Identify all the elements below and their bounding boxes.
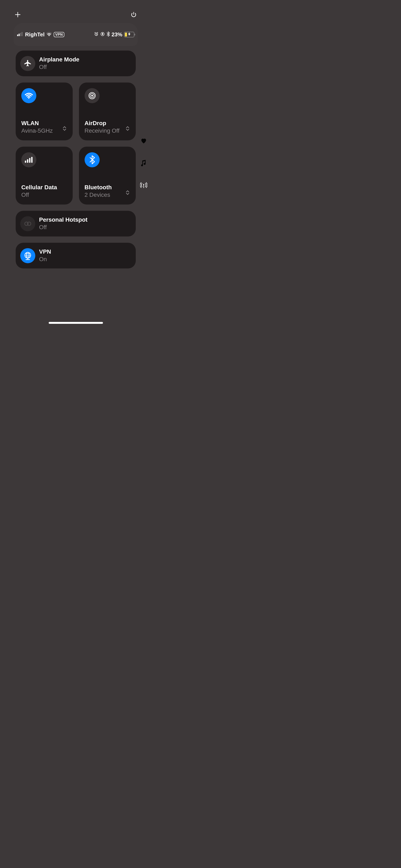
cellular-signal-icon: [17, 32, 23, 37]
battery-percent: 23%: [112, 31, 122, 38]
svg-point-6: [49, 35, 50, 36]
hotspot-title: Personal Hotspot: [39, 216, 88, 223]
airdrop-tile[interactable]: AirDrop Receiving Off: [79, 83, 136, 141]
expand-icon[interactable]: [125, 190, 130, 195]
wifi-status-icon: [46, 32, 52, 37]
airdrop-icon: [85, 88, 100, 103]
svg-rect-4: [20, 33, 21, 36]
airplane-title: Airplane Mode: [39, 56, 80, 63]
svg-rect-16: [29, 158, 30, 163]
svg-rect-17: [31, 157, 32, 163]
vpn-tile[interactable]: VPN On: [16, 243, 136, 269]
bluetooth-status-icon: [106, 32, 110, 37]
vpn-badge: VPN: [54, 32, 64, 37]
vpn-globe-icon: [20, 248, 35, 263]
page-music-icon[interactable]: [141, 160, 147, 167]
svg-rect-9: [102, 34, 103, 35]
svg-rect-3: [19, 34, 20, 36]
hotspot-icon: [20, 216, 35, 231]
bluetooth-icon: [85, 152, 100, 167]
wlan-subtitle: Avina-5GHz: [21, 127, 62, 135]
rotation-lock-icon: [100, 32, 105, 37]
airplane-mode-tile[interactable]: Airplane Mode Off: [16, 51, 136, 76]
alarm-icon: [94, 32, 99, 37]
svg-point-10: [28, 98, 29, 99]
hotspot-subtitle: Off: [39, 223, 88, 231]
svg-rect-15: [27, 159, 28, 162]
expand-icon[interactable]: [62, 126, 67, 131]
svg-point-19: [27, 222, 31, 225]
bluetooth-subtitle: 2 Devices: [85, 191, 125, 199]
page-connectivity-icon[interactable]: [140, 182, 147, 189]
page-favorites-icon[interactable]: [141, 138, 147, 145]
home-indicator[interactable]: [49, 322, 103, 324]
power-button[interactable]: [130, 11, 137, 18]
vpn-title: VPN: [39, 248, 51, 255]
bluetooth-title: Bluetooth: [85, 184, 125, 191]
svg-rect-14: [25, 161, 26, 163]
vpn-subtitle: On: [39, 255, 51, 263]
airdrop-subtitle: Receiving Off: [85, 127, 125, 135]
hotspot-tile[interactable]: Personal Hotspot Off: [16, 211, 136, 237]
svg-rect-5: [22, 32, 23, 36]
svg-rect-2: [17, 34, 18, 36]
airplane-subtitle: Off: [39, 63, 80, 71]
airdrop-title: AirDrop: [85, 120, 125, 127]
bluetooth-tile[interactable]: Bluetooth 2 Devices: [79, 147, 136, 205]
wlan-title: WLAN: [21, 120, 62, 127]
svg-point-11: [91, 95, 93, 97]
cellular-tile[interactable]: Cellular Data Off: [16, 147, 73, 205]
carrier-name: RighTel: [25, 31, 44, 38]
wifi-icon: [21, 88, 36, 103]
cellular-icon: [21, 152, 36, 167]
battery-icon: [124, 32, 134, 37]
cellular-title: Cellular Data: [21, 184, 67, 191]
airplane-icon: [20, 56, 35, 71]
add-button[interactable]: [14, 11, 21, 18]
expand-icon[interactable]: [125, 126, 130, 131]
wlan-tile[interactable]: WLAN Avina-5GHz: [16, 83, 73, 141]
status-bar-preview: RighTel VPN: [13, 23, 138, 46]
cellular-subtitle: Off: [21, 191, 67, 199]
svg-point-28: [143, 184, 144, 185]
